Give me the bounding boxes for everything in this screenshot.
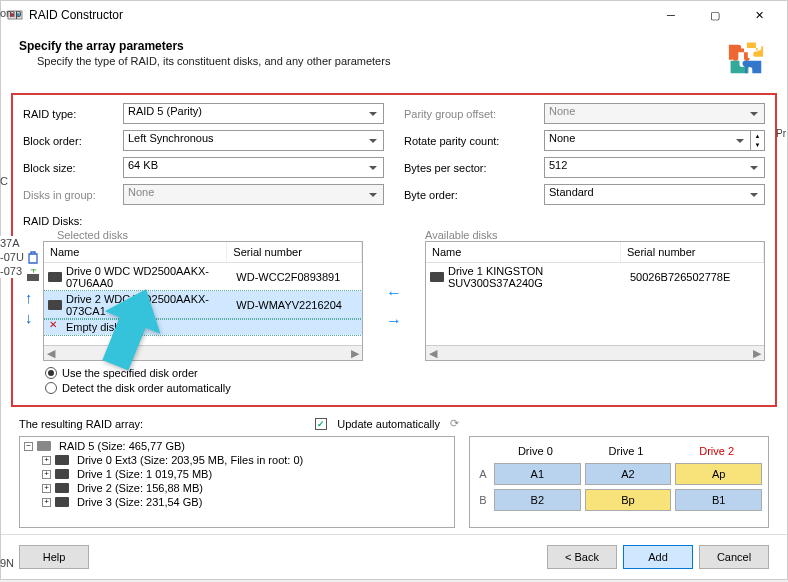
move-up-icon[interactable]: ↑ [25,289,41,305]
rotate-parity-input[interactable]: None [544,130,751,151]
titlebar: RAID Constructor ─ ▢ ✕ [1,1,787,29]
parity-offset-select: None [544,103,765,124]
svg-text:＋: ＋ [28,269,39,275]
horizontal-scrollbar[interactable]: ◀▶ [426,345,764,360]
grid-head-2: Drive 2 [671,443,762,459]
disks-in-group-label: Disks in group: [23,189,123,201]
list-item[interactable]: Drive 0 WDC WD2500AAKX-07U6AA0WD-WCC2F08… [44,263,362,291]
rotate-parity-spinner[interactable]: ▲▼ [751,130,765,151]
cancel-button[interactable]: Cancel [699,545,769,569]
rotate-parity-label: Rotate parity count: [404,135,544,147]
parameters-panel: RAID type: RAID 5 (Parity) Block order: … [11,93,777,407]
stripe-cell: A1 [494,463,581,485]
parity-offset-label: Parity group offset: [404,108,544,120]
grid-head-0: Drive 0 [490,443,581,459]
disks-in-group-select: None [123,184,384,205]
minimize-button[interactable]: ─ [649,1,693,29]
stripe-grid: Drive 0 Drive 1 Drive 2 A A1 A2 Ap B B2 … [469,436,769,528]
selected-disks-label: Selected disks [57,229,363,241]
help-button[interactable]: Help [19,545,89,569]
list-item[interactable]: Empty disk [44,319,362,335]
stripe-cell: Ap [675,463,762,485]
page-title: Specify the array parameters [19,39,727,53]
available-disks-list[interactable]: Name Serial number Drive 1 KINGSTON SUV3… [425,241,765,361]
window-title: RAID Constructor [29,8,649,22]
detect-order-auto-radio[interactable]: Detect the disk order automatically [45,382,765,394]
back-button[interactable]: < Back [547,545,617,569]
svg-rect-3 [27,274,39,281]
stripe-cell: Bp [585,489,672,511]
byte-order-label: Byte order: [404,189,544,201]
byte-order-select[interactable]: Standard [544,184,765,205]
move-left-icon[interactable]: ← [386,284,402,302]
horizontal-scrollbar[interactable]: ◀▶ [44,345,362,360]
tree-root[interactable]: −RAID 5 (Size: 465,77 GB) [24,439,450,453]
add-button[interactable]: Add [623,545,693,569]
close-button[interactable]: ✕ [737,1,781,29]
window-controls: ─ ▢ ✕ [649,1,781,29]
add-disk-icon[interactable]: ＋ [25,269,41,285]
stripe-cell: B1 [675,489,762,511]
raid-disks-label: RAID Disks: [23,215,765,227]
tree-item[interactable]: +Drive 1 (Size: 1 019,75 MB) [42,467,450,481]
header: Specify the array parameters Specify the… [1,29,787,89]
use-specified-order-radio[interactable]: Use the specified disk order [45,367,765,379]
move-right-icon[interactable]: → [386,312,402,330]
list-item[interactable]: Drive 2 WDC WD2500AAKX-073CA1WD-WMAYV221… [44,291,362,319]
col-serial: Serial number [621,242,764,262]
selected-disks-list[interactable]: Name Serial number Drive 0 WDC WD2500AAK… [43,241,363,361]
result-label: The resulting RAID array: [19,418,143,430]
grid-head-1: Drive 1 [581,443,672,459]
cropped-text: Pr [776,128,786,139]
block-size-label: Block size: [23,162,123,174]
col-name: Name [426,242,621,262]
delete-disk-icon[interactable] [25,249,41,265]
bytes-sector-select[interactable]: 512 [544,157,765,178]
available-disks-label: Available disks [425,229,765,241]
bytes-sector-label: Bytes per sector: [404,162,544,174]
tree-item[interactable]: +Drive 0 Ext3 (Size: 203,95 MB, Files in… [42,453,450,467]
col-serial: Serial number [227,242,362,262]
update-auto-checkbox[interactable] [315,418,327,430]
refresh-icon[interactable]: ⟳ [450,417,459,430]
tree-item[interactable]: +Drive 2 (Size: 156,88 MB) [42,481,450,495]
stripe-cell: B2 [494,489,581,511]
block-order-select[interactable]: Left Synchronous [123,130,384,151]
puzzle-icon [727,39,769,81]
tree-item[interactable]: +Drive 3 (Size: 231,54 GB) [42,495,450,509]
update-auto-label: Update automatically [337,418,440,430]
cropped-text: omp C 37A -07U -073 9N [0,236,24,278]
stripe-cell: A2 [585,463,672,485]
block-order-label: Block order: [23,135,123,147]
raid-type-select[interactable]: RAID 5 (Parity) [123,103,384,124]
move-down-icon[interactable]: ↓ [25,309,41,325]
result-tree[interactable]: −RAID 5 (Size: 465,77 GB) +Drive 0 Ext3 … [19,436,455,528]
maximize-button[interactable]: ▢ [693,1,737,29]
col-name: Name [44,242,227,262]
list-item[interactable]: Drive 1 KINGSTON SUV300S37A240G50026B726… [426,263,764,291]
raid-type-label: RAID type: [23,108,123,120]
block-size-select[interactable]: 64 KB [123,157,384,178]
page-subtitle: Specify the type of RAID, its constituen… [37,55,727,67]
